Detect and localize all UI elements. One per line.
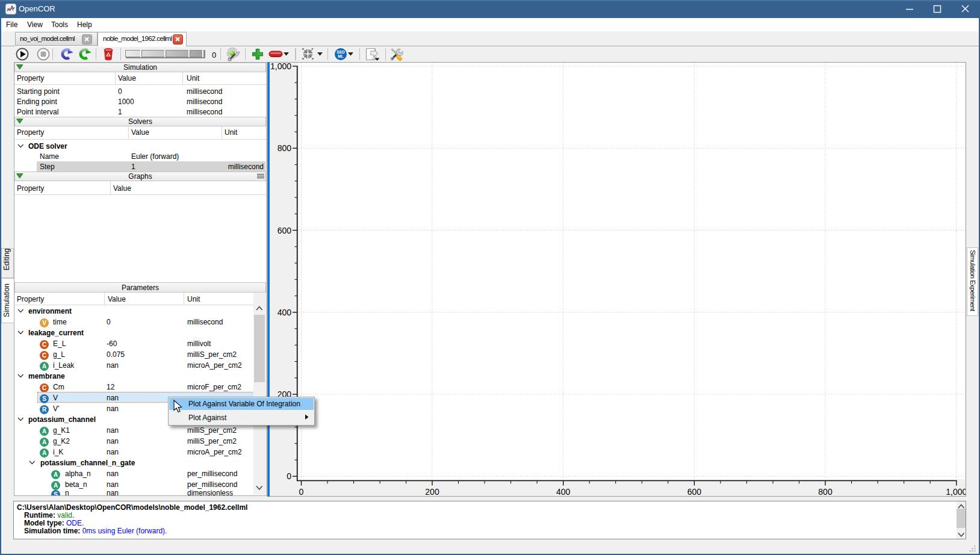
svg-text:0: 0: [287, 471, 291, 481]
svg-text:800: 800: [818, 487, 833, 497]
svg-text:400: 400: [556, 487, 571, 497]
svg-text:0: 0: [299, 487, 304, 497]
svg-text:600: 600: [687, 487, 702, 497]
svg-text:ML: ML: [338, 54, 343, 58]
svg-text:200: 200: [425, 487, 439, 497]
svg-text:SED: SED: [336, 50, 345, 54]
svg-text:1,000: 1,000: [946, 487, 966, 497]
svg-text:1,000: 1,000: [270, 62, 291, 71]
svg-text:400: 400: [278, 308, 292, 317]
svg-text:600: 600: [278, 226, 292, 235]
svg-text:800: 800: [278, 143, 292, 153]
